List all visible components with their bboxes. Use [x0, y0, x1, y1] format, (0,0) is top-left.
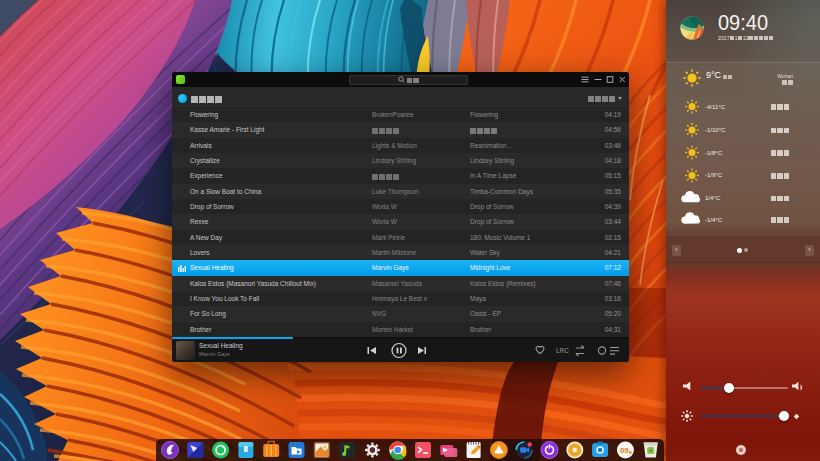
svg-text:LRC: LRC [556, 347, 569, 354]
svg-text:09: 09 [620, 446, 629, 455]
